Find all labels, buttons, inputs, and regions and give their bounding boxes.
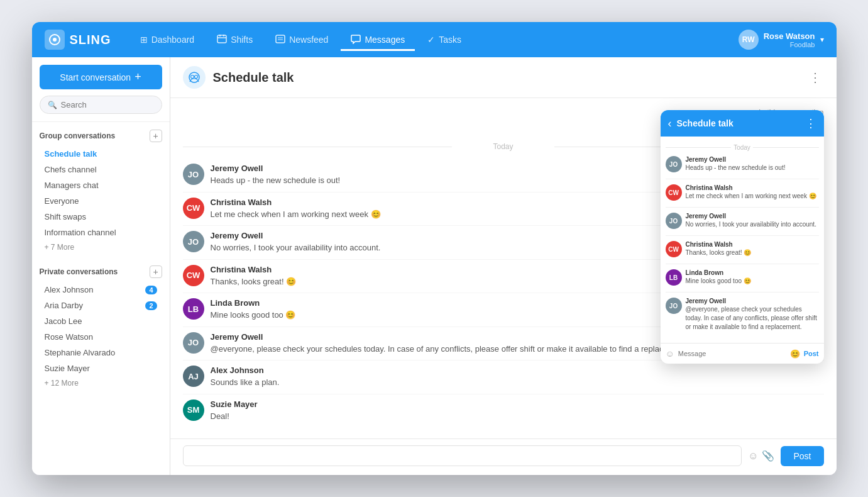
chat-header: Schedule talk ⋮ xyxy=(170,57,837,98)
mobile-emoji-icon[interactable]: ☺ xyxy=(666,349,674,359)
avatar-jeremy-1: JO xyxy=(183,164,204,185)
search-input[interactable] xyxy=(61,100,154,109)
mobile-message-content: Jeremy Owell Heads up - the new schedule… xyxy=(686,156,819,172)
mobile-avatar-jeremy-2: JO xyxy=(666,213,682,229)
svg-point-1 xyxy=(53,38,57,42)
message-row: AJ Alex Johnson Sounds like a plan. xyxy=(183,360,824,394)
mobile-input-area: ☺ 😊 Post xyxy=(661,343,824,364)
mobile-avatar-christina-1: CW xyxy=(666,184,682,201)
mobile-header: ‹ Schedule talk ⋮ xyxy=(661,110,824,137)
nav-items: ⊞ Dashboard Shifts Newsfeed Messages xyxy=(130,29,739,51)
group-conversations-header: Group conversations + xyxy=(40,130,162,142)
top-nav: SLING ⊞ Dashboard Shifts Newsfeed xyxy=(32,22,837,57)
sidebar-item-rose-watson[interactable]: Rose Watson xyxy=(40,329,162,345)
nav-tasks[interactable]: ✓ Tasks xyxy=(417,30,471,50)
nav-shifts[interactable]: Shifts xyxy=(207,29,263,51)
messages-icon xyxy=(351,34,361,46)
message-row: SM Suzie Mayer Deal! xyxy=(183,394,824,428)
mobile-message-row: CW Christina Walsh Thanks, looks great! … xyxy=(666,241,819,257)
sidebar-item-chefs-channel[interactable]: Chefs channel xyxy=(40,162,162,177)
user-dropdown-icon: ▾ xyxy=(820,35,824,44)
mobile-message-content: Christina Walsh Thanks, looks great! 😊 xyxy=(686,241,819,257)
mobile-message-content: Jeremy Owell No worries, I took your ava… xyxy=(686,213,819,229)
sidebar-item-aria-darby[interactable]: Aria Darby 2 xyxy=(40,298,162,313)
mobile-divider xyxy=(666,179,819,179)
app-title: SLING xyxy=(70,33,111,47)
input-icons: ☺ 📎 xyxy=(748,450,774,462)
message-content: Alex Johnson Sounds like a plan. xyxy=(211,366,824,389)
mobile-message-row: JO Jeremy Owell No worries, I took your … xyxy=(666,213,819,229)
svg-point-10 xyxy=(190,75,194,79)
avatar-christina-1: CW xyxy=(183,198,204,219)
mobile-message-row: JO Jeremy Owell @everyone, please check … xyxy=(666,298,819,332)
chat-input-area: ☺ 📎 Post xyxy=(170,438,837,475)
nav-messages[interactable]: Messages xyxy=(341,29,415,51)
private-conversations-section: Private conversations + Alex Johnson 4 A… xyxy=(32,258,170,394)
sidebar-item-everyone[interactable]: Everyone xyxy=(40,193,162,209)
sidebar-item-information-channel[interactable]: Information channel xyxy=(40,225,162,240)
avatar: RW xyxy=(739,30,759,50)
plus-icon: + xyxy=(135,70,141,84)
mobile-menu-icon[interactable]: ⋮ xyxy=(805,116,816,130)
mobile-divider xyxy=(666,207,819,208)
add-group-button[interactable]: + xyxy=(150,130,162,142)
add-private-button[interactable]: + xyxy=(150,265,162,278)
chat-input[interactable] xyxy=(183,445,742,466)
private-more-link[interactable]: + 12 More xyxy=(40,376,162,390)
sidebar-item-stephanie-alvarado[interactable]: Stephanie Alvarado xyxy=(40,345,162,360)
badge-alex-johnson: 4 xyxy=(145,286,157,294)
mobile-message-row: LB Linda Brown Mine looks good too 😊 xyxy=(666,269,819,286)
mobile-avatar-jeremy-1: JO xyxy=(666,156,682,172)
search-icon: 🔍 xyxy=(48,101,57,109)
chat-menu-icon[interactable]: ⋮ xyxy=(806,67,824,87)
sidebar-item-shift-swaps[interactable]: Shift swaps xyxy=(40,209,162,225)
sidebar-item-alex-johnson[interactable]: Alex Johnson 4 xyxy=(40,282,162,298)
sidebar: Start conversation + 🔍 Group conversatio… xyxy=(32,57,170,475)
mobile-message-row: CW Christina Walsh Let me check when I a… xyxy=(666,184,819,201)
avatar-linda: LB xyxy=(183,298,204,320)
mobile-divider xyxy=(666,264,819,264)
sidebar-top: Start conversation + 🔍 xyxy=(32,57,170,122)
mobile-post-button[interactable]: Post xyxy=(804,350,819,357)
sidebar-item-jacob-lee[interactable]: Jacob Lee xyxy=(40,313,162,329)
attachment-icon[interactable]: 📎 xyxy=(762,450,774,462)
mobile-preview: ‹ Schedule talk ⋮ Today JO Jeremy Owell … xyxy=(661,110,824,364)
mobile-avatar-jeremy-3: JO xyxy=(666,298,682,314)
avatar-jeremy-3: JO xyxy=(183,332,204,354)
mobile-divider xyxy=(666,235,819,236)
post-button[interactable]: Post xyxy=(781,446,823,466)
nav-logo: SLING xyxy=(45,30,111,50)
chat-icon xyxy=(183,66,206,89)
start-conversation-button[interactable]: Start conversation + xyxy=(40,65,162,89)
user-info: Rose Watson Foodlab xyxy=(764,31,815,48)
mobile-message-row: JO Jeremy Owell Heads up - the new sched… xyxy=(666,156,819,172)
svg-point-11 xyxy=(194,75,197,79)
sidebar-item-suzie-mayer[interactable]: Suzie Mayer xyxy=(40,360,162,376)
app-container: SLING ⊞ Dashboard Shifts Newsfeed xyxy=(32,22,837,475)
avatar-christina-2: CW xyxy=(183,265,204,286)
search-box[interactable]: 🔍 xyxy=(40,96,162,114)
svg-rect-2 xyxy=(217,35,226,43)
mobile-message-input[interactable] xyxy=(678,350,786,357)
sidebar-item-schedule-talk[interactable]: Schedule talk xyxy=(40,146,162,162)
sidebar-item-managers-chat[interactable]: Managers chat xyxy=(40,177,162,193)
nav-dashboard[interactable]: ⊞ Dashboard xyxy=(130,30,205,50)
chat-title: Schedule talk xyxy=(213,70,799,85)
logo-icon xyxy=(45,30,65,50)
group-more-link[interactable]: + 7 More xyxy=(40,240,162,254)
mobile-emoji-icon-2[interactable]: 😊 xyxy=(790,349,800,359)
nav-user[interactable]: RW Rose Watson Foodlab ▾ xyxy=(739,30,824,50)
nav-newsfeed[interactable]: Newsfeed xyxy=(265,29,338,51)
mobile-back-icon[interactable]: ‹ xyxy=(668,117,672,130)
mobile-preview-panel: ‹ Schedule talk ⋮ Today JO Jeremy Owell … xyxy=(661,110,824,364)
svg-rect-6 xyxy=(276,35,285,43)
mobile-avatar-christina-2: CW xyxy=(666,241,682,257)
mobile-messages: Today JO Jeremy Owell Heads up - the new… xyxy=(661,137,824,343)
avatar-suzie: SM xyxy=(183,399,204,421)
mobile-message-content: Linda Brown Mine looks good too 😊 xyxy=(686,269,819,286)
mobile-message-content: Christina Walsh Let me check when I am w… xyxy=(686,184,819,201)
emoji-icon[interactable]: ☺ xyxy=(748,450,758,462)
avatar-alex: AJ xyxy=(183,366,204,387)
newsfeed-icon xyxy=(275,34,285,46)
mobile-avatar-linda: LB xyxy=(666,269,682,286)
